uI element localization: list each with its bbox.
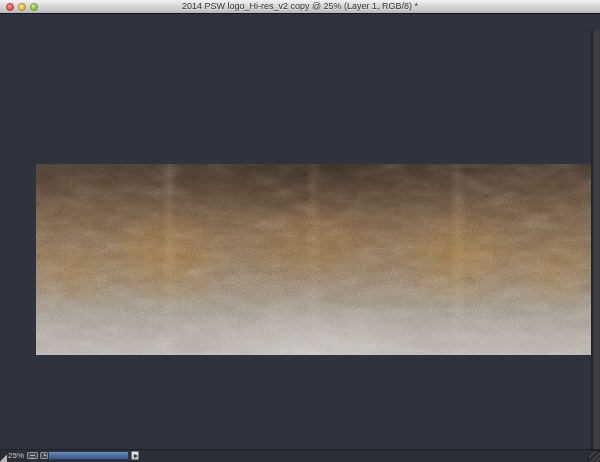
close-button-icon[interactable] <box>6 3 14 11</box>
pasteboard-area[interactable] <box>0 15 600 450</box>
window-title: 2014 PSW logo_Hi-res_v2 copy @ 25% (Laye… <box>182 0 418 13</box>
sync-arrows-icon[interactable] <box>27 452 38 459</box>
window-corner-bottom-left <box>0 455 7 462</box>
save-progress-bar <box>48 451 129 460</box>
zoom-level-field[interactable]: 25% <box>8 451 24 461</box>
vertical-scrollbar-track[interactable] <box>591 30 600 462</box>
minimize-button-icon[interactable] <box>18 3 26 11</box>
document-status-bar: 25% <box>0 449 600 462</box>
document-canvas-rust-texture[interactable] <box>36 164 591 355</box>
photoshop-document-window: 2014 PSW logo_Hi-res_v2 copy @ 25% (Laye… <box>0 0 600 462</box>
texture-fine-grain <box>36 164 591 355</box>
zoom-button-icon[interactable] <box>30 3 38 11</box>
window-resize-grip-icon[interactable] <box>588 450 600 462</box>
right-triangle-icon <box>134 454 138 458</box>
window-titlebar[interactable]: 2014 PSW logo_Hi-res_v2 copy @ 25% (Laye… <box>0 0 600 14</box>
status-popup-button[interactable] <box>131 451 139 460</box>
page-proxy-icon[interactable] <box>40 452 48 459</box>
